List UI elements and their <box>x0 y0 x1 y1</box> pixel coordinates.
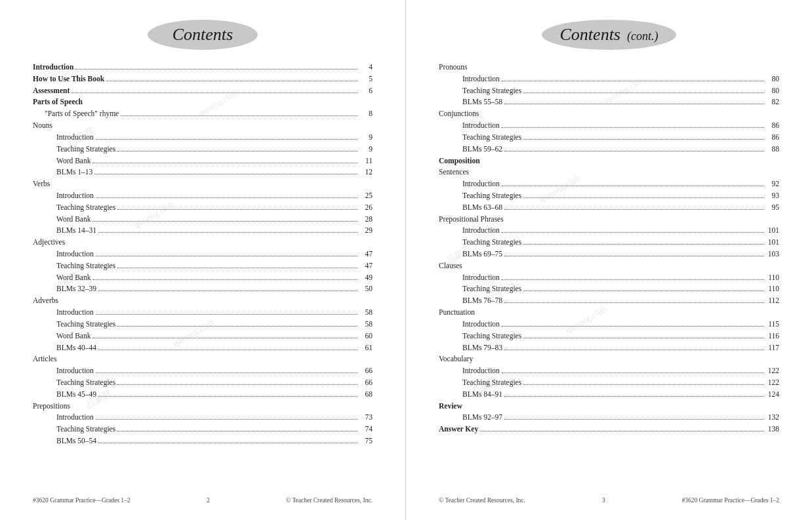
toc-label: Teaching Strategies <box>56 202 115 214</box>
toc-label: Word Bank <box>56 155 91 167</box>
toc-page: 75 <box>359 435 373 447</box>
toc-label: Introduction <box>56 365 94 377</box>
toc-label: Teaching Strategies <box>462 237 521 249</box>
toc-label: "Parts of Speech" rhyme <box>45 108 119 120</box>
toc-dots <box>117 326 357 327</box>
toc-entry: Introduction86 <box>439 120 779 132</box>
toc-entry: Introduction4 <box>33 62 373 73</box>
toc-page: 28 <box>359 214 373 226</box>
toc-dots <box>96 139 357 140</box>
toc-page: 80 <box>766 85 779 97</box>
toc-label: Verbs <box>33 178 50 190</box>
toc-page: 95 <box>766 202 779 214</box>
toc-entry: Articles <box>33 353 373 365</box>
toc-label: Teaching Strategies <box>462 85 521 97</box>
toc-dots <box>502 186 764 186</box>
toc-entry: Introduction92 <box>439 178 779 190</box>
toc-label: Introduction <box>462 272 500 284</box>
toc-dots <box>98 350 357 350</box>
left-oval: Contents <box>148 20 258 50</box>
toc-label: Introduction <box>462 319 500 330</box>
toc-page: 47 <box>359 249 373 260</box>
toc-page: 11 <box>359 155 373 167</box>
toc-page: 66 <box>359 377 373 389</box>
toc-dots <box>96 256 357 256</box>
toc-entry: BLMs 76–78112 <box>439 295 779 307</box>
toc-entry: Word Bank49 <box>33 272 373 284</box>
toc-entry: Composition <box>439 155 779 167</box>
toc-label: BLMs 45–49 <box>56 389 96 401</box>
right-footer-left: © Teacher Created Resources, Inc. <box>439 497 525 504</box>
toc-page: 47 <box>359 260 373 272</box>
toc-entry: How to Use This Book5 <box>33 73 373 85</box>
toc-label: Prepositional Phrases <box>439 214 504 226</box>
toc-dots <box>117 151 357 151</box>
toc-entry: BLMs 40–4461 <box>33 342 373 354</box>
toc-label: Parts of Speech <box>33 96 83 108</box>
toc-entry: BLMs 63–6895 <box>439 202 779 214</box>
toc-label: Teaching Strategies <box>462 190 521 202</box>
toc-entry: Clauses <box>439 260 779 272</box>
toc-entry: Pronouns <box>439 62 779 73</box>
toc-entry: Word Bank11 <box>33 155 373 167</box>
toc-page: 110 <box>766 283 779 295</box>
toc-label: Nouns <box>33 120 52 132</box>
right-header: Contents (cont.) <box>439 20 779 50</box>
toc-entry: Verbs <box>33 178 373 190</box>
toc-label: BLMs 59–62 <box>462 144 502 155</box>
left-page: 品豪慧 qimeng.club 品豪慧 qimeng.club 品豪慧 qime… <box>0 0 406 520</box>
toc-page: 49 <box>359 272 373 284</box>
toc-entry: BLMs 50–5475 <box>33 435 373 447</box>
toc-label: Answer Key <box>439 424 478 435</box>
toc-label: Prepositions <box>33 401 70 412</box>
toc-page: 58 <box>359 319 373 330</box>
toc-dots <box>98 396 357 397</box>
toc-label: BLMs 79–83 <box>462 342 502 354</box>
toc-label: BLMs 55–58 <box>462 96 502 108</box>
toc-page: 9 <box>359 132 373 144</box>
toc-dots <box>117 268 357 268</box>
toc-page: 112 <box>766 295 779 307</box>
toc-page: 82 <box>766 96 779 108</box>
toc-label: BLMs 40–44 <box>56 342 96 354</box>
toc-dots <box>94 174 357 174</box>
toc-dots <box>504 209 764 210</box>
toc-label: Word Bank <box>56 272 91 284</box>
toc-label: Pronouns <box>439 62 467 73</box>
left-header: Contents <box>33 20 373 50</box>
toc-label: Vocabulary <box>439 353 473 365</box>
toc-label: Word Bank <box>56 214 91 226</box>
right-cont: (cont.) <box>627 30 658 43</box>
toc-dots <box>71 92 357 93</box>
toc-label: Introduction <box>56 307 94 319</box>
left-footer-left: #3620 Grammar Practice—Grades 1–2 <box>33 497 131 504</box>
toc-page: 60 <box>359 330 373 342</box>
toc-entry: Conjunctions <box>439 108 779 120</box>
toc-entry: Prepositions <box>33 401 373 412</box>
toc-page: 116 <box>766 330 779 342</box>
toc-page: 138 <box>766 424 779 435</box>
toc-label: How to Use This Book <box>33 73 104 85</box>
toc-label: BLMs 63–68 <box>462 202 502 214</box>
toc-dots <box>96 197 357 198</box>
toc-entry: BLMs 79–83117 <box>439 342 779 354</box>
toc-entry: Punctuation <box>439 307 779 319</box>
toc-entry: BLMs 69–75103 <box>439 249 779 260</box>
toc-dots <box>523 92 764 93</box>
right-page: 品豪慧 qimeng.club 品豪慧 qimeng.club 品豪慧 qime… <box>406 0 812 520</box>
toc-entry: Introduction80 <box>439 73 779 85</box>
toc-entry: Introduction47 <box>33 249 373 260</box>
toc-dots <box>98 232 357 233</box>
toc-dots <box>504 350 764 350</box>
toc-dots <box>504 419 764 420</box>
toc-label: Sentences <box>439 167 469 178</box>
toc-dots <box>117 431 357 431</box>
toc-label: Punctuation <box>439 307 475 319</box>
toc-page: 26 <box>359 202 373 214</box>
toc-entry: Parts of Speech <box>33 96 373 108</box>
toc-entry: Answer Key138 <box>439 424 779 435</box>
toc-dots <box>480 431 764 431</box>
toc-dots <box>502 372 764 373</box>
toc-dots <box>523 139 764 140</box>
toc-entry: Teaching Strategies74 <box>33 424 373 435</box>
